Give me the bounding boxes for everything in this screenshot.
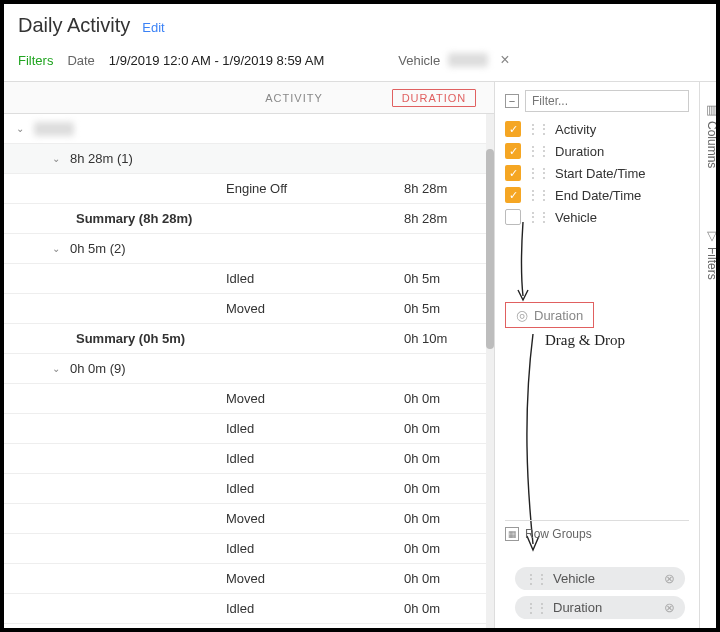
column-header-duration[interactable]: DURATION: [392, 89, 476, 107]
eye-off-icon: ◎: [516, 307, 528, 323]
drag-handle-icon[interactable]: ⋮⋮: [525, 601, 547, 615]
tab-filters[interactable]: ▽ Filters: [705, 228, 719, 280]
filters-label[interactable]: Filters: [18, 53, 53, 68]
cell-activity: Moved: [226, 301, 404, 316]
grid-body[interactable]: ⌄ ⌄ 8h 28m (1) Engine Off 8h 28: [4, 114, 494, 632]
column-toggle-start-date-time[interactable]: ✓⋮⋮Start Date/Time: [505, 162, 689, 184]
cell-activity: Moved: [226, 571, 404, 586]
columns-icon: ▥: [706, 102, 718, 117]
cell-duration: 8h 28m: [404, 181, 494, 196]
column-name: Start Date/Time: [555, 166, 646, 181]
chevron-down-icon[interactable]: ⌄: [52, 243, 62, 254]
checkbox-icon[interactable]: ✓: [505, 165, 521, 181]
cell-duration: 0h 5m: [404, 301, 494, 316]
group-label: 0h 5m (2): [70, 241, 126, 256]
row-group-name: Duration: [553, 600, 602, 615]
checkbox-icon[interactable]: ✓: [505, 143, 521, 159]
cell-activity: Idled: [226, 541, 404, 556]
tab-columns[interactable]: ▥ Columns: [705, 102, 719, 168]
summary-label: Summary (0h 5m): [16, 331, 226, 346]
group-vehicle-blurred: [34, 122, 74, 136]
column-header-activity[interactable]: ACTIVITY: [214, 92, 374, 104]
vehicle-value-blurred: [448, 53, 488, 67]
clear-vehicle-icon[interactable]: ×: [496, 51, 513, 69]
scrollbar-thumb[interactable]: [486, 149, 494, 349]
cell-activity: Idled: [226, 271, 404, 286]
cell-duration: 0h 0m: [404, 391, 494, 406]
cell-activity: Moved: [226, 391, 404, 406]
annotation-drag-drop: Drag & Drop: [545, 332, 625, 349]
drag-ghost-duration[interactable]: ◎ Duration: [505, 302, 594, 328]
remove-icon[interactable]: ⊗: [664, 571, 675, 586]
cell-activity: Engine Off: [226, 181, 404, 196]
group-label: 0h 0m (9): [70, 361, 126, 376]
columns-panel: − ✓⋮⋮Activity✓⋮⋮Duration✓⋮⋮Start Date/Ti…: [495, 82, 699, 632]
collapse-toggle-icon[interactable]: −: [505, 94, 519, 108]
drag-handle-icon[interactable]: ⋮⋮: [527, 122, 549, 136]
drag-handle-icon[interactable]: ⋮⋮: [525, 572, 547, 586]
cell-duration: 0h 0m: [404, 601, 494, 616]
cell-duration: 0h 5m: [404, 271, 494, 286]
checkbox-icon[interactable]: ✓: [505, 187, 521, 203]
data-grid: ACTIVITY DURATION ⌄ ⌄ 8h 28: [4, 82, 494, 632]
summary-label: Summary (8h 28m): [16, 211, 226, 226]
edit-link[interactable]: Edit: [142, 20, 164, 35]
checkbox-icon[interactable]: ✓: [505, 121, 521, 137]
date-label: Date: [67, 53, 94, 68]
column-name: Activity: [555, 122, 596, 137]
cell-duration: 0h 0m: [404, 421, 494, 436]
cell-activity: Idled: [226, 601, 404, 616]
cell-duration: 0h 0m: [404, 481, 494, 496]
column-filter-input[interactable]: [525, 90, 689, 112]
row-group-name: Vehicle: [553, 571, 595, 586]
column-name: Vehicle: [555, 210, 597, 225]
drag-handle-icon[interactable]: ⋮⋮: [527, 188, 549, 202]
group-label: 8h 28m (1): [70, 151, 133, 166]
annotation-arrow: [515, 222, 535, 304]
chevron-down-icon[interactable]: ⌄: [52, 363, 62, 374]
remove-icon[interactable]: ⊗: [664, 600, 675, 615]
cell-activity: Idled: [226, 481, 404, 496]
vehicle-label: Vehicle: [398, 53, 440, 68]
row-group-chip-duration[interactable]: ⋮⋮Duration⊗: [515, 596, 685, 619]
drag-ghost-label: Duration: [534, 308, 583, 323]
summary-duration: 0h 10m: [404, 331, 494, 346]
chevron-down-icon[interactable]: ⌄: [16, 123, 26, 134]
column-name: End Date/Time: [555, 188, 641, 203]
chevron-down-icon[interactable]: ⌄: [52, 153, 62, 164]
cell-activity: Moved: [226, 511, 404, 526]
drag-handle-icon[interactable]: ⋮⋮: [527, 144, 549, 158]
drag-handle-icon[interactable]: ⋮⋮: [527, 166, 549, 180]
row-group-chip-vehicle[interactable]: ⋮⋮Vehicle⊗: [515, 567, 685, 590]
filter-icon: ▽: [707, 228, 717, 243]
cell-duration: 0h 0m: [404, 451, 494, 466]
column-toggle-end-date-time[interactable]: ✓⋮⋮End Date/Time: [505, 184, 689, 206]
column-name: Duration: [555, 144, 604, 159]
summary-duration: 8h 28m: [404, 211, 494, 226]
page-title: Daily Activity: [18, 14, 130, 37]
column-toggle-duration[interactable]: ✓⋮⋮Duration: [505, 140, 689, 162]
column-toggle-activity[interactable]: ✓⋮⋮Activity: [505, 118, 689, 140]
cell-duration: 0h 0m: [404, 571, 494, 586]
cell-duration: 0h 0m: [404, 511, 494, 526]
row-groups-icon: ▦: [505, 527, 519, 541]
cell-duration: 0h 0m: [404, 541, 494, 556]
cell-activity: Idled: [226, 421, 404, 436]
row-groups-label: Row Groups: [525, 527, 592, 541]
cell-activity: Idled: [226, 451, 404, 466]
date-range-value[interactable]: 1/9/2019 12:0 AM - 1/9/2019 8:59 AM: [109, 53, 324, 68]
